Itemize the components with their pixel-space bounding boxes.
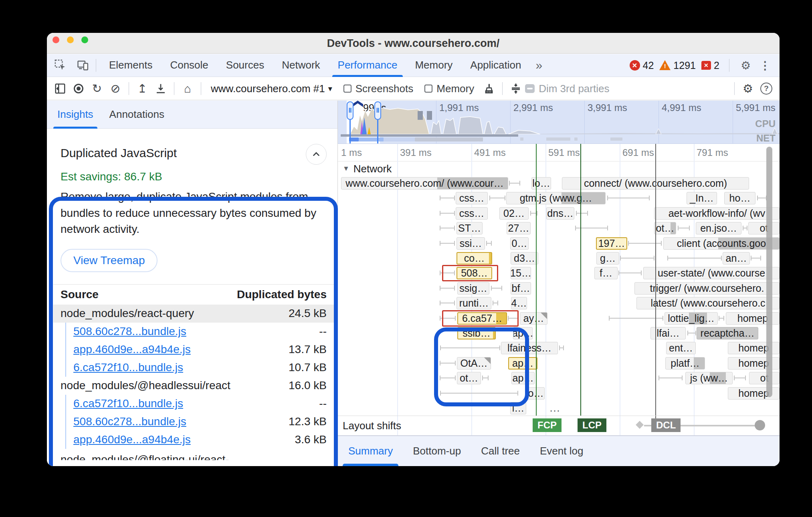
table-row[interactable]: 508.60c278...bundle.js12.3 kB <box>53 413 334 431</box>
network-request-bar[interactable]: 4… <box>511 297 527 309</box>
network-request-bar[interactable]: ST… <box>456 222 483 234</box>
network-request-bar[interactable]: bf… <box>511 282 531 295</box>
tab-performance[interactable]: Performance <box>329 54 406 77</box>
tab-memory[interactable]: Memory <box>406 54 461 77</box>
timeline-overview[interactable]: 991 s 1,991 ms2,991 ms3,991 ms4,991 ms5,… <box>338 101 780 144</box>
network-request-bar[interactable]: css… <box>456 192 488 204</box>
network-request-bar[interactable]: lfainess… <box>501 342 558 354</box>
network-request-bar[interactable]: ap… <box>511 372 535 384</box>
network-request-bar[interactable]: g… <box>596 252 619 265</box>
table-row[interactable]: 6.ca572f10...bundle.js-- <box>53 395 334 413</box>
bundle-link[interactable]: app.460d9e...a94b4e.js <box>73 343 191 355</box>
clear-icon[interactable]: ⊘ <box>106 79 125 98</box>
issues-count[interactable]: ✕ 2 <box>701 60 719 71</box>
screenshots-checkbox[interactable]: Screenshots <box>343 83 414 95</box>
sidebar-tab-insights[interactable]: Insights <box>51 101 100 129</box>
network-request-bar[interactable]: f… <box>594 267 618 279</box>
network-request-bar[interactable]: 27… <box>507 222 531 234</box>
network-request-bar[interactable]: www.coursehero.com/ (www.cour… <box>341 177 508 190</box>
network-request-bar[interactable]: client (accounts.goo <box>663 237 780 250</box>
network-request-bar[interactable]: 0… <box>510 237 529 250</box>
tab-console[interactable]: Console <box>161 54 217 77</box>
inspect-element-icon[interactable] <box>52 57 69 74</box>
lcp-badge[interactable]: LCP <box>578 418 606 432</box>
network-request-bar[interactable]: recaptcha… <box>697 327 758 339</box>
network-request-bar[interactable]: ot… <box>654 222 676 234</box>
selection-right-handle[interactable]: ‖ <box>374 101 381 120</box>
table-row[interactable]: node_modules/@headlessui/react16.0 kB <box>53 377 334 395</box>
network-request-bar[interactable]: platf… <box>665 357 705 370</box>
table-row[interactable]: node_modules/react-query24.5 kB <box>53 305 334 323</box>
console-warnings-count[interactable]: 1291 <box>659 60 696 71</box>
table-row[interactable]: app.460d9e...a94b4e.js3.6 kB <box>53 431 334 449</box>
table-row[interactable]: app.460d9e...a94b4e.js13.7 kB <box>53 341 334 359</box>
network-request-bar[interactable]: ot <box>749 372 780 384</box>
record-icon[interactable] <box>69 79 88 98</box>
network-track-header[interactable]: ▼ Network <box>338 162 780 176</box>
network-request-bar[interactable]: 02… <box>499 207 529 220</box>
view-treemap-button[interactable]: View Treemap <box>61 249 158 272</box>
network-request-bar[interactable]: lottie_lig… <box>665 312 718 325</box>
network-request-bar[interactable]: OtA… <box>457 357 491 370</box>
bundle-link[interactable]: 6.ca572f10...bundle.js <box>73 361 183 374</box>
network-request-bar[interactable]: lo… <box>531 177 551 190</box>
network-request-bar[interactable]: gtm.js (www.g… <box>506 192 606 204</box>
profile-select[interactable]: www.coursehero.com #1▾ <box>211 83 332 95</box>
network-request-bar[interactable]: _In… <box>687 192 717 204</box>
tab-elements[interactable]: Elements <box>100 54 161 77</box>
vertical-scrollbar[interactable] <box>766 147 772 397</box>
help-icon[interactable]: ? <box>757 79 776 98</box>
kebab-menu-icon[interactable]: ⋮ <box>758 59 772 72</box>
sidebar-tab-annotations[interactable]: Annotations <box>103 101 171 129</box>
network-request-bar[interactable]: co… <box>456 252 492 265</box>
selection-left-handle[interactable]: ‖ <box>347 101 353 120</box>
bundle-link[interactable]: app.460d9e...a94b4e.js <box>73 433 191 446</box>
network-request-bar[interactable]: ho… <box>724 192 755 204</box>
network-request-bar[interactable]: ap… <box>508 357 537 370</box>
save-profile-icon[interactable] <box>151 79 170 98</box>
tab-sources[interactable]: Sources <box>217 54 273 77</box>
table-row[interactable]: 508.60c278...bundle.js-- <box>53 323 334 341</box>
home-icon[interactable]: ⌂ <box>178 79 197 98</box>
network-request-bar[interactable]: 197… <box>596 237 627 250</box>
bundle-link[interactable]: 508.60c278...bundle.js <box>73 415 186 428</box>
bundle-link[interactable]: 508.60c278...bundle.js <box>73 325 186 337</box>
garbage-collect-icon[interactable] <box>480 79 498 98</box>
collapse-insight-button[interactable] <box>306 144 327 165</box>
toggle-sidebar-icon[interactable] <box>51 79 69 98</box>
network-request-bar[interactable]: aet-workflow-info/ (wv <box>654 207 780 220</box>
fcp-badge[interactable]: FCP <box>533 418 562 432</box>
network-request-bar[interactable]: ssi… <box>456 237 485 250</box>
network-request-bar[interactable]: ent… <box>666 342 696 354</box>
network-request-bar[interactable]: 15… <box>511 267 531 279</box>
network-request-bar[interactable]: css… <box>456 207 488 220</box>
reload-and-record-icon[interactable]: ↻ <box>88 79 106 98</box>
network-request-bar[interactable]: ot <box>748 222 780 234</box>
panel-settings-gear-icon[interactable]: ⚙ <box>739 79 757 98</box>
bottom-tab-event-log[interactable]: Event log <box>532 436 591 466</box>
bottom-tab-bottom-up[interactable]: Bottom-up <box>405 436 469 466</box>
table-row[interactable]: 6.ca572f10...bundle.js10.7 kB <box>53 359 334 377</box>
dcl-badge[interactable]: DCL <box>651 418 681 432</box>
tab-network[interactable]: Network <box>273 54 329 77</box>
memory-checkbox[interactable]: Memory <box>424 83 474 95</box>
network-request-bar[interactable]: dns… <box>546 207 574 220</box>
load-profile-icon[interactable]: ↥ <box>133 79 151 98</box>
network-request-bar[interactable]: d3… <box>511 252 538 265</box>
network-request-bar[interactable]: ap… <box>513 327 533 339</box>
network-request-bar[interactable]: latest/ (www.coursehero.c <box>636 297 780 309</box>
network-request-bar[interactable]: ssib… <box>457 327 496 339</box>
bottom-tab-call-tree[interactable]: Call tree <box>473 436 528 466</box>
network-request-bar[interactable]: ssig… <box>457 282 489 295</box>
tab-application[interactable]: Application <box>461 54 530 77</box>
dim-3rd-parties-toggle[interactable]: Dim 3rd parties <box>525 83 609 95</box>
bundle-link[interactable]: 6.ca572f10...bundle.js <box>73 397 183 410</box>
network-request-bar[interactable]: js (ww… <box>685 372 733 384</box>
network-request-bar[interactable]: ot… <box>457 372 481 384</box>
device-toolbar-icon[interactable] <box>74 57 92 74</box>
network-request-bar[interactable]: en.jso… <box>696 222 741 234</box>
table-row[interactable]: node_modules/@floating-ui/react-dom-inte… <box>53 449 334 460</box>
network-request-bar[interactable]: an… <box>723 252 750 265</box>
network-request-bar[interactable]: l… <box>510 402 526 414</box>
console-errors-count[interactable]: ✕ 42 <box>630 60 654 71</box>
